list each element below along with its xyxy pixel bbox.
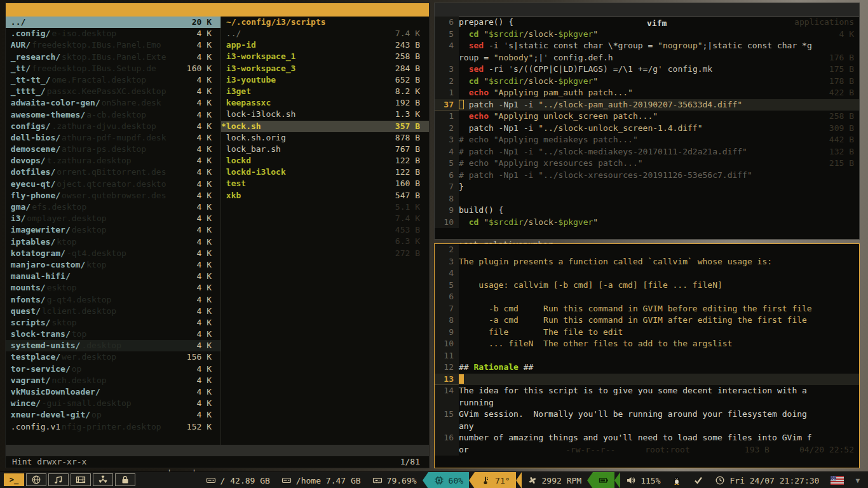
file-row[interactable]: kotatogram/-qt4.desktop4 K (6, 248, 220, 259)
file-row[interactable]: slock-trans/top4 K (6, 329, 220, 340)
workspace-button-terminal[interactable]: >_ (4, 473, 24, 486)
block-label: 71° (495, 476, 510, 485)
vifm-right-pane[interactable]: ~/.config/i3/scripts ../7.4 K app-id243 … (220, 17, 429, 445)
file-row[interactable]: keepassxc192 B (221, 97, 429, 109)
file-row[interactable]: _research/sktop.IBus.Panel.Exte4 K (6, 51, 220, 63)
vifm-position-indicator: 1/81 (6, 456, 429, 468)
ghost-text (286, 132, 395, 144)
file-row[interactable]: iptables/ktop4 K (6, 236, 220, 248)
file-row[interactable]: i3-youtube652 B (221, 74, 429, 86)
vim-line: 16number of amazing things and you'll ne… (435, 432, 859, 444)
file-row[interactable]: wince/-gui-small.desktop4 K (6, 398, 220, 409)
file-row[interactable]: gma/efs.desktop4 K (6, 201, 220, 213)
file-name: kotatogram/ (6, 248, 65, 259)
file-row[interactable]: i3-workspace_1258 B (221, 51, 429, 62)
file-row[interactable]: _tt/freedesktop.IBus.Setup.de160 K (6, 63, 220, 74)
file-row[interactable]: ../7.4 K (221, 28, 429, 39)
file-row[interactable]: quest/lclient.desktop4 K (6, 306, 220, 317)
file-row[interactable]: AUR/freedesktop.IBus.Panel.Emo4 K (6, 39, 220, 51)
ghost-text: ome.Fractal.desktop (50, 74, 196, 86)
file-size: 4 K (197, 155, 220, 166)
status-block-us-flag[interactable] (825, 472, 850, 488)
status-block-fan[interactable]: 2992 RPM (522, 472, 588, 488)
file-row[interactable]: ../20 K (6, 17, 220, 28)
file-row[interactable]: nfonts/g-qt4.desktop4 K (6, 294, 220, 306)
file-row[interactable]: dotfiles/orrent.qBittorrent.des4 K (6, 166, 220, 178)
file-size: 284 B (395, 63, 429, 74)
file-row[interactable]: *lock.sh357 B (221, 121, 429, 132)
ghost-text: esktop (46, 282, 197, 294)
line-number: 2 (435, 76, 459, 88)
file-size: 4 K (197, 28, 220, 39)
file-row[interactable]: vkMusicDownloader/4 K (6, 386, 220, 398)
window-titlebar-right[interactable]: vifm (435, 3, 859, 17)
file-row[interactable]: fly-phone/owser.qutebrowser.des4 K (6, 190, 220, 201)
file-row[interactable]: testplace/wer.desktop156 K (6, 351, 220, 363)
file-row[interactable]: tor-service/op4 K (6, 363, 220, 375)
status-block-ram[interactable]: 79.69% (367, 472, 423, 488)
file-row[interactable]: .config/e-iso.desktop4 K (6, 28, 220, 39)
file-row[interactable]: app-id243 B (221, 39, 429, 51)
file-row[interactable]: .config.v1nfig-printer.desktop152 K (6, 421, 220, 433)
workspace-button-radiation[interactable] (93, 473, 113, 486)
file-name: nfonts/ (6, 294, 46, 306)
status-block-disk[interactable]: /home 7.47 GB (276, 472, 367, 488)
status-block-cpu[interactable]: 60% (428, 472, 469, 488)
file-row[interactable]: lock-i3lock.sh1.3 K (221, 109, 429, 120)
line-number: 8 (435, 193, 459, 205)
workspace-button-globe[interactable] (26, 473, 46, 486)
vim-editor-top[interactable]: 6prepare() {applications5 cd "$srcdir/sl… (435, 17, 859, 228)
file-row[interactable]: awesome-themes/a-cb.desktop4 K (6, 109, 220, 121)
file-row[interactable]: lock_bar.sh767 B (221, 144, 429, 155)
file-row[interactable]: lock.sh.orig878 B (221, 132, 429, 144)
file-row[interactable]: manjaro-custom/ktop4 K (6, 259, 220, 271)
ghost-text (295, 51, 395, 62)
ghost-text: freedesktop.IBus.Setup.de (31, 63, 187, 74)
file-row[interactable]: i3/omplayer.desktop4 K (6, 213, 220, 224)
status-block-thermometer[interactable]: 71° (475, 472, 515, 488)
file-row[interactable]: dell-bios/athura-pdf-mupdf.desk4 K (6, 132, 220, 144)
file-name: vagrant/ (6, 375, 50, 386)
workspace-button-music[interactable] (48, 473, 69, 486)
status-block-penguin[interactable] (666, 472, 688, 488)
vim-editor-bottom[interactable]: 23The plugin presents a function called … (435, 244, 859, 456)
file-row[interactable]: scripts/sktop4 K (6, 317, 220, 329)
line-text: The plugin presents a function called `c… (459, 256, 772, 268)
file-row[interactable]: _tttt_/passxc.KeePassXC.desktop4 K (6, 86, 220, 97)
line-number: 9 (435, 327, 459, 339)
status-block-check[interactable] (688, 472, 709, 488)
status-block-caret-down[interactable]: ▼ (850, 472, 865, 488)
file-row[interactable]: vagrant/nch.desktop4 K (6, 375, 220, 386)
file-name (221, 213, 226, 224)
powerline-separator (423, 472, 428, 488)
file-row[interactable]: lockd-i3lock122 B (221, 166, 429, 178)
file-row[interactable]: eyecu-qt/oject.qtcreator.deskto4 K (6, 179, 220, 190)
file-row[interactable]: lockd122 B (221, 155, 429, 166)
workspace-button-lock[interactable] (115, 473, 135, 486)
window-titlebar-left[interactable]: i3: H[H[T[H[st V[st st]]]]] (6, 3, 429, 17)
file-name: _tt/ (6, 63, 31, 74)
file-row[interactable]: i3-workspace_3284 B (221, 63, 429, 74)
file-row[interactable]: manual-hifi/4 K (6, 271, 220, 282)
file-row[interactable]: i3get8.2 K (221, 86, 429, 97)
status-block-battery[interactable] (593, 472, 614, 488)
status-block-clock[interactable]: Fri 24/07 21:27:30 (709, 472, 825, 488)
file-row[interactable]: mounts/esktop4 K (6, 282, 220, 294)
file-row[interactable]: test160 B (221, 178, 429, 189)
file-row[interactable]: imagewriter/desktop4 K (6, 224, 220, 236)
status-block-speaker[interactable]: 115% (620, 472, 666, 488)
file-row[interactable]: demoscene/athura-ps.desktop4 K (6, 144, 220, 155)
file-row[interactable]: _tt-tt_/ome.Fractal.desktop4 K (6, 74, 220, 86)
line-number: 11 (435, 350, 459, 362)
file-row[interactable]: xneur-devel-git/op4 K (6, 409, 220, 421)
file-row[interactable]: adwaita-color-gen/onShare.desk4 K (6, 97, 220, 109)
file-row[interactable]: configs/.zathura-djvu.desktop4 K (6, 121, 220, 132)
vifm-left-pane[interactable]: ~/devel ../20 K .config/e-iso.desktop4 K… (6, 17, 220, 445)
workspace-button-film[interactable] (71, 473, 91, 486)
file-row[interactable]: xkb547 B (221, 190, 429, 201)
status-block-disk[interactable]: / 42.89 GB (200, 472, 276, 488)
file-row[interactable]: devops/t.zathura.desktop4 K (6, 155, 220, 166)
file-row[interactable]: systemd-units/.desktop4 K (6, 340, 220, 351)
vim-line: 6prepare() {applications (435, 17, 859, 29)
terminal-window-bottom-focused: 23The plugin presents a function called … (434, 243, 860, 468)
